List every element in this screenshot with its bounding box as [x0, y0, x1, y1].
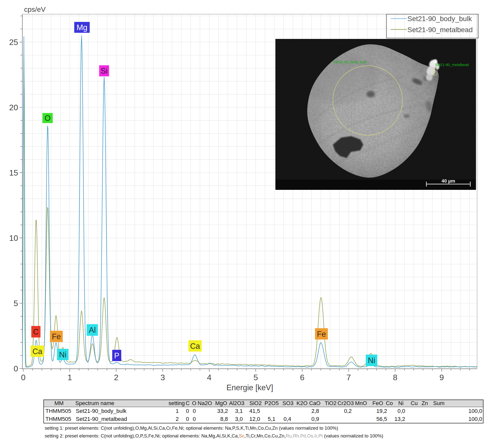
svg-text:2: 2	[114, 373, 118, 382]
svg-text:10: 10	[9, 234, 18, 243]
svg-text:Energie [keV]: Energie [keV]	[226, 383, 273, 392]
svg-text:O: O	[44, 114, 50, 123]
svg-text:Set21-90_metalbead: Set21-90_metalbead	[407, 26, 473, 34]
svg-text:C: C	[33, 327, 39, 336]
svg-text:Fe: Fe	[317, 330, 326, 339]
svg-text:3: 3	[160, 373, 165, 382]
svg-text:Ca: Ca	[32, 347, 42, 356]
svg-text:Ni: Ni	[59, 350, 66, 359]
svg-text:20: 20	[9, 103, 18, 112]
svg-text:Fe: Fe	[52, 332, 61, 341]
svg-text:Set21-90_metalbead: Set21-90_metalbead	[435, 63, 469, 67]
svg-text:4: 4	[207, 373, 212, 382]
svg-text:P: P	[114, 351, 119, 360]
svg-text:Ca: Ca	[190, 342, 200, 351]
svg-text:Al: Al	[89, 326, 96, 334]
svg-text:15: 15	[9, 168, 18, 177]
svg-text:Si: Si	[101, 67, 108, 75]
svg-text:5: 5	[254, 373, 258, 382]
svg-text:1: 1	[68, 373, 72, 382]
svg-text:0: 0	[21, 373, 26, 382]
svg-text:25: 25	[9, 38, 18, 47]
svg-text:9: 9	[440, 373, 444, 382]
svg-text:40 µm: 40 µm	[442, 178, 455, 184]
svg-text:5: 5	[14, 299, 18, 308]
svg-text:Ni: Ni	[368, 356, 375, 365]
svg-text:Set21-90_body_bulk: Set21-90_body_bulk	[333, 60, 367, 64]
svg-text:7: 7	[346, 373, 351, 382]
svg-text:Set21-90_body_bulk: Set21-90_body_bulk	[407, 15, 472, 23]
svg-text:6: 6	[300, 373, 305, 382]
svg-text:8: 8	[393, 373, 397, 382]
svg-text:Mg: Mg	[77, 23, 87, 32]
svg-text:0: 0	[14, 364, 18, 373]
svg-text:cps/eV: cps/eV	[24, 6, 46, 13]
